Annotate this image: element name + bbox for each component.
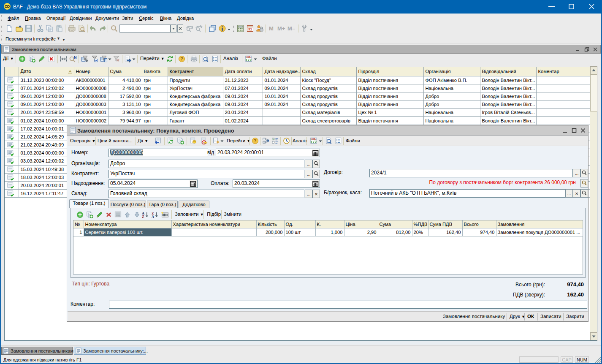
svg-text:Z: Z	[142, 215, 144, 218]
svg-text:A: A	[152, 215, 155, 218]
svg-text:ЕОК: ЕОК	[117, 215, 120, 217]
svg-text:N: N	[74, 55, 77, 60]
svg-text:31: 31	[248, 27, 252, 31]
